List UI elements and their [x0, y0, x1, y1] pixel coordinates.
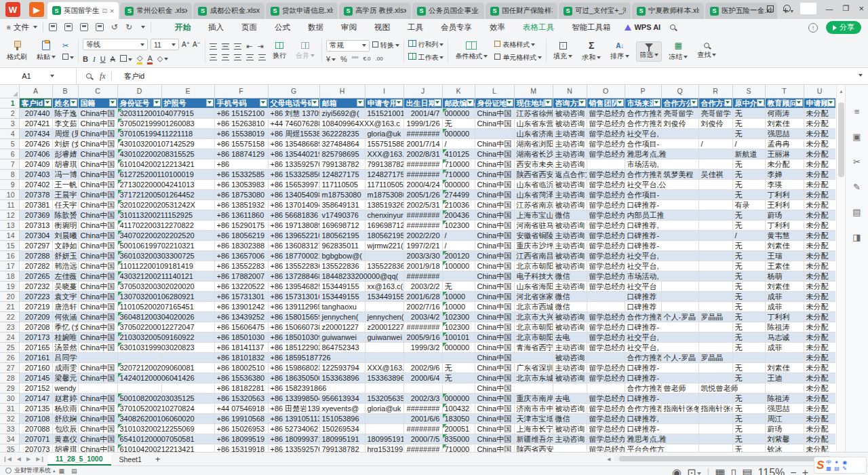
filter-dropdown-icon[interactable]: [506, 99, 513, 107]
cell-M6[interactable]: 湖南省长沙: [514, 149, 553, 159]
cell-S18[interactable]: 无: [732, 271, 765, 281]
cell-R30[interactable]: [698, 393, 732, 403]
cell-C18[interactable]: China中国: [78, 271, 117, 281]
column-header-P[interactable]: P: [625, 85, 661, 98]
filter-dropdown-icon[interactable]: [109, 99, 117, 107]
cell-T3[interactable]: 刘素佳: [765, 118, 804, 128]
cell-B10[interactable]: 王晨宇 (男: [52, 189, 78, 200]
cell-P32[interactable]: 口碑推荐,: [625, 413, 698, 423]
cell-C19[interactable]: China中国: [78, 281, 117, 291]
row-header-11[interactable]: 11: [0, 200, 19, 210]
header-cell-P1[interactable]: 市场来源: [625, 98, 661, 108]
cell-R7[interactable]: [698, 159, 732, 169]
cell-M31[interactable]: 济南市市中: [514, 403, 553, 413]
cell-K8[interactable]: 710000: [442, 169, 475, 179]
cell-C21[interactable]: China中国: [78, 301, 117, 311]
cell-B30[interactable]: 赵君婷 (女: [52, 393, 78, 403]
cell-U25[interactable]: 未分配: [804, 342, 835, 352]
comma-style-button[interactable]: ⁰⁰⁰: [352, 56, 359, 62]
cell-I28[interactable]: 153363896: [365, 373, 403, 383]
cell-C16[interactable]: China中国: [78, 250, 117, 261]
cell-G35[interactable]: +86 1335925706: [268, 444, 319, 452]
font-grow-button[interactable]: A⁺: [182, 41, 190, 48]
document-tab[interactable]: S公务员国企事业单位: [412, 3, 484, 19]
cell-F28[interactable]: +86 15536380: [214, 373, 268, 383]
cell-D12[interactable]: 310113200211152925: [117, 210, 214, 220]
align-center-icon[interactable]: [222, 54, 229, 60]
cell-J24[interactable]: 2005/9/16: [403, 332, 442, 342]
cell-U18[interactable]: 未分配: [804, 271, 835, 281]
cell-A14[interactable]: 207304: [19, 230, 52, 240]
table-style-button[interactable]: 表格样式: [494, 40, 542, 50]
cell-P11[interactable]: 口碑推荐-: [625, 200, 698, 210]
cell-C15[interactable]: China中国: [78, 240, 117, 250]
cell-N27[interactable]: 主动咨询: [553, 362, 587, 373]
cell-A30[interactable]: 207147: [19, 393, 52, 403]
cell-U16[interactable]: 未分配: [804, 250, 835, 261]
copy-icon[interactable]: [62, 54, 74, 61]
cell-S23[interactable]: 无: [732, 322, 765, 332]
header-cell-U1[interactable]: 申请顾: [804, 98, 835, 108]
menu-tab-公式[interactable]: 公式: [266, 20, 299, 35]
merge-cells-button[interactable]: 合并: [293, 41, 317, 62]
cell-F32[interactable]: +86 19910568: [214, 413, 268, 423]
cell-B18[interactable]: 左佳薇 (女: [52, 271, 78, 281]
italic-button[interactable]: I: [93, 55, 96, 63]
header-cell-R1[interactable]: 合作方名: [698, 98, 732, 108]
cell-G30[interactable]: +86 1339985047: [268, 393, 319, 403]
find-button[interactable]: 查找: [694, 41, 719, 61]
cell-L32[interactable]: China中国: [475, 413, 514, 423]
cell-A23[interactable]: 207208: [19, 322, 52, 332]
cell-L20[interactable]: China中国: [475, 291, 514, 301]
cell-U10[interactable]: 未分配: [804, 189, 835, 200]
cell-H8[interactable]: 124827175: [319, 169, 365, 179]
column-header-J[interactable]: J: [403, 85, 442, 98]
cell-J26[interactable]: [403, 352, 442, 362]
cell-U20[interactable]: 未分配: [804, 291, 835, 301]
cell-U15[interactable]: 未分配: [804, 240, 835, 250]
cell-H10[interactable]: m18753080: [319, 189, 365, 200]
cell-K3[interactable]: 无: [442, 118, 475, 128]
cell-M3[interactable]: 山东省东营: [514, 118, 553, 128]
cell-I2[interactable]: 151521001: [365, 108, 403, 118]
cell-D22[interactable]: 360481200304020026: [117, 311, 214, 322]
cell-R20[interactable]: [698, 291, 732, 301]
menu-tab-视图[interactable]: 视图: [366, 20, 399, 35]
cell-Q29[interactable]: 曾老师: [661, 383, 698, 393]
cell-L31[interactable]: China中国: [475, 403, 514, 413]
row-header-8[interactable]: 8: [0, 169, 19, 179]
cell-G15[interactable]: +86 1360831276: [268, 240, 319, 250]
cell-M27[interactable]: 广东省深圳: [514, 362, 553, 373]
cell-G6[interactable]: +86 1354402198: [268, 149, 319, 159]
cell-Q26[interactable]: 个人-罗晶: [661, 352, 698, 362]
cell-D21[interactable]: 110105200207165451: [117, 301, 214, 311]
cell-J34[interactable]: 2000/7/5: [403, 434, 442, 444]
row-header-24[interactable]: 24: [0, 332, 19, 342]
cell-A10[interactable]: 207378: [19, 189, 52, 200]
cell-R14[interactable]: [698, 230, 732, 240]
cell-O17[interactable]: 留学总经办: [587, 261, 625, 271]
cell-N22[interactable]: 被动咨询: [553, 311, 587, 322]
cell-U29[interactable]: 未分配: [804, 383, 835, 393]
row-header-3[interactable]: 3: [0, 118, 19, 128]
cell-C30[interactable]: China中国: [78, 393, 117, 403]
cell-J21[interactable]: 2002/7/16: [403, 301, 442, 311]
cell-K29[interactable]: [442, 383, 475, 393]
cell-L6[interactable]: China中国: [475, 149, 514, 159]
cell-S6[interactable]: 新航道: [732, 149, 765, 159]
font-name-select[interactable]: 等线: [83, 39, 148, 50]
cell-I12[interactable]: chenxinyur: [365, 210, 403, 220]
wps-logo-icon[interactable]: W: [5, 2, 20, 17]
cell-P20[interactable]: 口碑推荐: [625, 291, 661, 301]
zoom-in-icon[interactable]: +: [802, 467, 808, 475]
header-cell-G1[interactable]: 父母电话号码: [268, 98, 319, 108]
decrease-decimal-button[interactable]: .00: [376, 56, 383, 62]
cell-L35[interactable]: China中国: [475, 444, 514, 452]
cell-H12[interactable]: v17490376: [319, 210, 365, 220]
cell-S24[interactable]: 无: [732, 332, 765, 342]
cell-T2[interactable]: 何雨涛: [765, 108, 804, 118]
cell-J22[interactable]: 2003/4/2: [403, 311, 442, 322]
cell-J2[interactable]: 2001/4/7: [403, 108, 442, 118]
notes-icon[interactable]: ▤: [852, 207, 861, 217]
format-painter-button[interactable]: 格式刷: [4, 39, 30, 63]
